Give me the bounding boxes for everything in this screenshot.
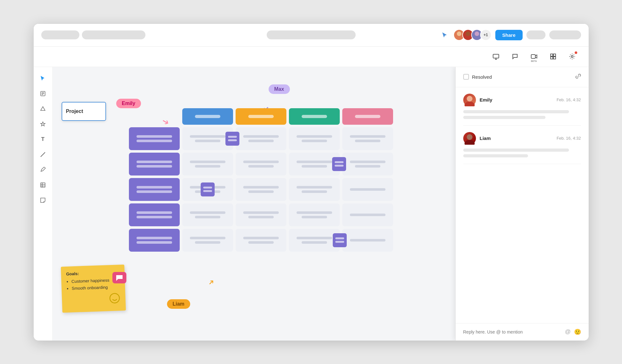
svg-point-1 — [455, 36, 463, 41]
kanban-cell-r5-c4[interactable] — [342, 229, 393, 252]
cursor-tool-icon[interactable] — [439, 30, 450, 40]
kanban-cell-r4-c4[interactable] — [342, 203, 393, 226]
settings-icon[interactable] — [566, 50, 579, 63]
kanban-col-4-bar — [355, 115, 380, 118]
comment-panel-header: Resolved — [456, 67, 589, 87]
notes-tool[interactable] — [37, 87, 49, 100]
star-tool[interactable] — [37, 118, 49, 130]
kanban-col-1-bar — [195, 115, 220, 118]
svg-point-12 — [571, 56, 573, 57]
shapes-tool[interactable] — [37, 103, 49, 115]
toolbar-row — [34, 47, 589, 67]
kanban-cell-r5-c2[interactable] — [236, 229, 286, 252]
canvas-chat-bubble-pink[interactable] — [112, 272, 126, 283]
sticky-tool[interactable] — [37, 194, 49, 207]
svg-rect-11 — [553, 57, 556, 59]
link-icon[interactable] — [575, 73, 581, 81]
kanban-col-2 — [236, 108, 286, 125]
comment-emily-lines — [463, 110, 581, 119]
table-tool[interactable] — [37, 179, 49, 191]
svg-point-20 — [467, 134, 472, 140]
resolved-checkbox-box[interactable] — [463, 74, 469, 80]
settings-badge — [575, 51, 577, 54]
title-bar-center — [223, 30, 399, 39]
kanban-cell-r3-c1[interactable] — [182, 178, 233, 201]
comment-icon[interactable] — [509, 50, 521, 63]
kanban-cell-r2-c4[interactable] — [342, 153, 393, 175]
comment-emily: Emily Feb. 16, 4:32 — [463, 87, 581, 126]
comment-emily-date: Feb. 16, 4:32 — [557, 97, 581, 102]
kanban-cell-r3-c2[interactable] — [236, 178, 286, 201]
kanban-cell-r3-c0[interactable] — [129, 178, 180, 201]
comment-liam-lines — [463, 149, 581, 157]
kanban-cell-r3-c3[interactable] — [289, 178, 340, 201]
avatar-plus[interactable]: +1 — [480, 29, 492, 41]
title-bar-right: +1 Share — [405, 29, 581, 41]
kanban-cell-r4-c1[interactable] — [182, 203, 233, 226]
title-pill-center — [267, 30, 356, 39]
svg-line-15 — [41, 152, 45, 157]
svg-point-21 — [465, 140, 475, 145]
kanban-cell-r4-c3[interactable] — [289, 203, 340, 226]
sticky-note-item-2: Smooth onboarding — [71, 284, 120, 291]
video-icon[interactable] — [528, 50, 540, 63]
project-card[interactable]: Project — [62, 102, 106, 121]
screen-share-icon[interactable] — [490, 50, 502, 63]
pencil-tool[interactable] — [37, 163, 49, 176]
svg-rect-6 — [493, 54, 499, 58]
svg-marker-14 — [41, 107, 45, 110]
comment-emily-name: Emily — [480, 97, 557, 103]
svg-point-18 — [467, 96, 472, 102]
svg-point-19 — [465, 102, 475, 106]
svg-point-3 — [464, 36, 472, 41]
title-pill-2 — [82, 30, 145, 39]
text-tool[interactable]: T — [37, 133, 49, 146]
kanban-cell-r2-c0[interactable] — [129, 153, 180, 175]
kanban-row-4 — [129, 203, 367, 226]
liam-cursor-label: Liam — [167, 299, 190, 309]
kanban-cell-r4-c2[interactable] — [236, 203, 286, 226]
kanban-cell-r1-c1[interactable] — [182, 127, 233, 150]
svg-rect-16 — [41, 183, 45, 187]
kanban-cell-r3-c4[interactable] — [342, 178, 393, 201]
line-tool[interactable] — [37, 148, 49, 161]
kanban-cell-r2-c2[interactable] — [236, 153, 286, 175]
comment-liam-header: Liam Feb. 16, 4:32 — [463, 132, 581, 145]
at-mention-icon[interactable]: @ — [565, 328, 571, 335]
layouts-icon[interactable] — [547, 50, 559, 63]
kanban-col-3-bar — [302, 115, 327, 118]
kanban-cell-r1-c2[interactable] — [236, 127, 286, 150]
comment-liam-name: Liam — [480, 136, 557, 141]
kanban-cell-r5-c1[interactable] — [182, 229, 233, 252]
title-bar: +1 Share — [34, 24, 589, 47]
kanban-mini-card-r5 — [333, 233, 347, 247]
emoji-icon[interactable]: 🙂 — [574, 328, 581, 335]
comment-liam-line-2 — [463, 154, 528, 157]
kanban-rows — [129, 127, 367, 252]
kanban-headers — [182, 108, 367, 125]
comment-list: Emily Feb. 16, 4:32 Liam — [456, 87, 589, 323]
share-button[interactable]: Share — [495, 30, 523, 40]
comment-line-1 — [463, 110, 569, 113]
kanban-cell-r5-c3[interactable] — [289, 229, 340, 252]
resolved-checkbox[interactable]: Resolved — [463, 74, 492, 80]
kanban-cell-r5-c0[interactable] — [129, 229, 180, 252]
comment-emily-avatar — [463, 94, 476, 106]
svg-point-0 — [457, 31, 461, 36]
kanban-cell-r1-c3[interactable] — [289, 127, 340, 150]
comment-reply-input[interactable] — [463, 329, 561, 334]
resolved-label: Resolved — [472, 74, 492, 80]
kanban-cell-r4-c0[interactable] — [129, 203, 180, 226]
kanban-board — [129, 108, 367, 252]
left-sidebar: T — [34, 67, 53, 341]
kanban-cell-r2-c3[interactable] — [289, 153, 340, 175]
cursor-tool[interactable] — [37, 72, 49, 85]
svg-point-17 — [110, 294, 119, 303]
comment-input-area: @ 🙂 — [456, 323, 589, 341]
kanban-mini-card-r1 — [225, 132, 239, 146]
kanban-cell-r1-c0[interactable] — [129, 127, 180, 150]
kanban-cell-r2-c1[interactable] — [182, 153, 233, 175]
comment-liam-date: Feb. 16, 4:32 — [557, 136, 581, 141]
kanban-row-3 — [129, 178, 367, 201]
kanban-cell-r1-c4[interactable] — [342, 127, 393, 150]
